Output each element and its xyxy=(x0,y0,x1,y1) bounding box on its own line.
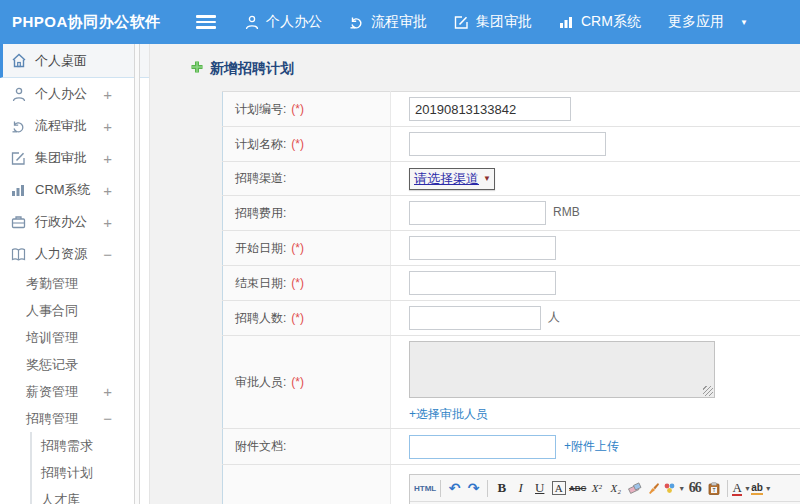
required-mark: (*) xyxy=(291,375,304,389)
form-row-plan-number: 计划编号:(*) xyxy=(223,92,800,127)
sidebar-item-desktop[interactable]: 个人桌面 xyxy=(0,44,149,78)
page-title-text: 新增招聘计划 xyxy=(210,60,294,78)
channel-select[interactable]: 请选择渠道 ▼ xyxy=(409,168,495,190)
sidebar-item-admin-office[interactable]: 行政办公 + xyxy=(0,206,149,238)
person-icon xyxy=(10,86,27,103)
app-logo: PHPOA协同办公软件 xyxy=(0,13,150,32)
start-date-input[interactable] xyxy=(409,236,556,260)
nav-item-more-apps[interactable]: 更多应用 ▼ xyxy=(668,13,748,31)
sidebar-scrollbar[interactable] xyxy=(134,44,140,504)
undo-icon[interactable]: ↶ xyxy=(445,478,464,499)
attachment-upload-link[interactable]: +附件上传 xyxy=(564,438,619,455)
caret-down-icon: ▼ xyxy=(744,485,751,492)
form-row-plan-name: 计划名称:(*) xyxy=(223,127,800,162)
sidebar-subitem-salary[interactable]: 薪资管理 + xyxy=(0,378,149,405)
process-icon xyxy=(349,15,364,30)
hamburger-menu-icon[interactable] xyxy=(196,15,216,29)
field-label: 计划名称: xyxy=(235,137,286,151)
page-title: 新增招聘计划 xyxy=(190,60,800,78)
home-icon xyxy=(10,52,27,69)
sidebar-item-personal-office[interactable]: 个人办公 + xyxy=(0,78,149,110)
required-mark: (*) xyxy=(291,137,304,151)
html-source-button[interactable]: HTML xyxy=(414,478,436,499)
superscript-button[interactable]: X² xyxy=(587,478,606,499)
font-color-button[interactable]: A▼ xyxy=(732,478,751,499)
border-text-button[interactable]: A xyxy=(552,481,566,495)
sidebar-subitem-recruitment[interactable]: 招聘管理 − xyxy=(0,405,149,432)
sidebar-subitem-contracts[interactable]: 人事合同 xyxy=(0,297,149,324)
sidebar-subsubitem-recruit-plan[interactable]: 招聘计划 xyxy=(32,459,149,486)
nav-item-group-approval[interactable]: 集团审批 xyxy=(454,13,532,31)
nav-item-workflow-approval[interactable]: 流程审批 xyxy=(349,13,427,31)
sidebar-item-hr[interactable]: 人力资源 − xyxy=(0,238,149,270)
caret-down-icon: ▼ xyxy=(678,485,685,492)
format-brush-icon[interactable] xyxy=(644,478,663,499)
resize-handle[interactable] xyxy=(703,386,713,396)
sidebar-subsubitem-recruit-demand[interactable]: 招聘需求 xyxy=(32,432,149,459)
expand-plus-icon: + xyxy=(103,151,112,166)
form-row-end-date: 结束日期:(*) xyxy=(223,266,800,301)
sidebar-item-group-approval[interactable]: 集团审批 + xyxy=(0,142,149,174)
bold-button[interactable]: B xyxy=(492,478,511,499)
field-label: 审批人员: xyxy=(235,375,286,389)
edit-icon xyxy=(454,15,469,30)
sidebar-subitem-rewards[interactable]: 奖惩记录 xyxy=(0,351,149,378)
caret-down-icon: ▼ xyxy=(765,485,772,492)
recruitment-submenu: 招聘需求 招聘计划 人才库 xyxy=(30,432,149,504)
field-label: 计划编号: xyxy=(235,102,286,116)
expand-plus-icon: + xyxy=(103,215,112,230)
highlight-color-button[interactable]: ab▼ xyxy=(751,478,772,499)
collapse-minus-icon: − xyxy=(103,247,112,262)
attachment-input[interactable] xyxy=(409,435,556,459)
headcount-input[interactable] xyxy=(409,306,541,330)
form-row-channel: 招聘渠道: 请选择渠道 ▼ xyxy=(223,162,800,196)
person-icon xyxy=(245,15,259,30)
cost-input[interactable] xyxy=(409,201,546,225)
field-label: 招聘渠道: xyxy=(235,171,286,185)
svg-text:T: T xyxy=(712,487,715,493)
nav-item-crm[interactable]: CRM系统 xyxy=(559,13,641,31)
plan-number-input[interactable] xyxy=(409,97,571,121)
subscript-button[interactable]: X₂ xyxy=(606,478,625,499)
color-palette-icon[interactable]: ▼ xyxy=(663,478,685,499)
paste-icon[interactable]: T xyxy=(704,478,723,499)
sidebar-subsubitem-talent-pool[interactable]: 人才库 xyxy=(32,486,149,504)
briefcase-icon xyxy=(10,214,27,231)
required-mark: (*) xyxy=(291,276,304,290)
process-icon xyxy=(10,118,27,135)
chart-icon xyxy=(559,15,574,29)
underline-button[interactable]: U xyxy=(530,478,549,499)
sidebar-item-workflow-approval[interactable]: 流程审批 + xyxy=(0,110,149,142)
collapse-minus-icon: − xyxy=(103,411,112,426)
field-label: 招聘人数: xyxy=(235,311,286,325)
required-mark: (*) xyxy=(291,102,304,116)
recruit-plan-form: 计划编号:(*) 计划名称:(*) 招聘渠道: 请选择渠道 ▼ 招聘费用: RM… xyxy=(222,91,800,504)
expand-plus-icon: + xyxy=(103,183,112,198)
required-mark: (*) xyxy=(291,241,304,255)
plan-name-input[interactable] xyxy=(409,132,606,156)
select-approvers-link[interactable]: +选择审批人员 xyxy=(409,406,488,423)
book-icon xyxy=(10,246,27,263)
expand-plus-icon: + xyxy=(103,87,112,102)
end-date-input[interactable] xyxy=(409,271,556,295)
strikethrough-button[interactable]: ABC xyxy=(568,478,587,499)
sidebar-item-crm[interactable]: CRM系统 + xyxy=(0,174,149,206)
form-row-approvers: 审批人员:(*) +选择审批人员 xyxy=(223,336,800,429)
unit-suffix: 人 xyxy=(548,310,560,324)
field-label: 结束日期: xyxy=(235,276,286,290)
form-row-start-date: 开始日期:(*) xyxy=(223,231,800,266)
expand-plus-icon: + xyxy=(103,119,112,134)
italic-button[interactable]: I xyxy=(511,478,530,499)
eraser-icon[interactable] xyxy=(625,478,644,499)
field-label: 开始日期: xyxy=(235,241,286,255)
select-arrow-icon: ▼ xyxy=(483,174,491,183)
nav-item-personal-office[interactable]: 个人办公 xyxy=(245,13,322,31)
expand-plus-icon: + xyxy=(103,384,112,399)
blockquote-button[interactable]: 66 xyxy=(685,478,704,499)
sidebar-subitem-training[interactable]: 培训管理 xyxy=(0,324,149,351)
currency-suffix: RMB xyxy=(553,205,580,219)
approvers-textarea[interactable] xyxy=(409,341,715,398)
redo-icon[interactable]: ↷ xyxy=(464,478,483,499)
caret-down-icon: ▼ xyxy=(740,18,748,27)
sidebar-subitem-attendance[interactable]: 考勤管理 xyxy=(0,270,149,297)
